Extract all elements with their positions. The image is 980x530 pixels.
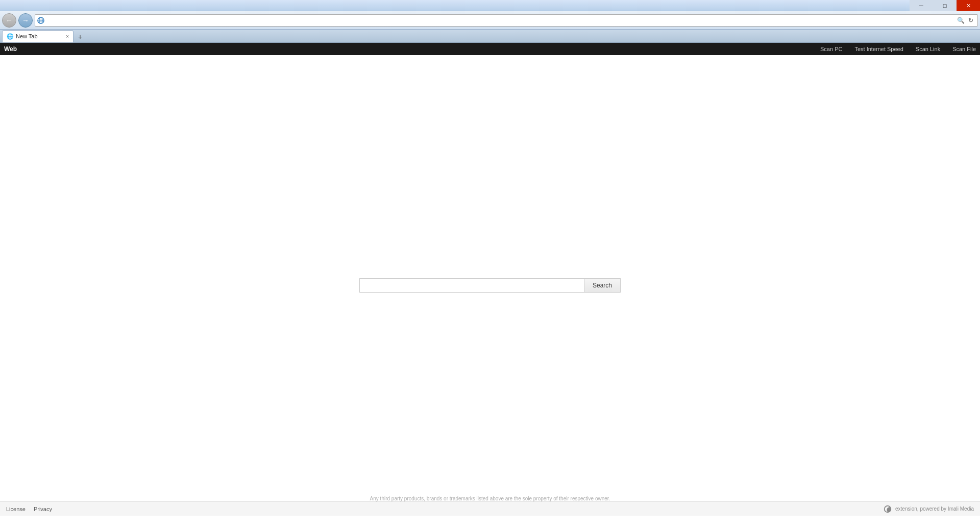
test-internet-speed-link[interactable]: Test Internet Speed bbox=[854, 46, 903, 52]
nav-bar: ← → http://fulltabsearch.com/ 🔍 ↻ bbox=[0, 11, 980, 30]
title-bar: ─ □ ✕ bbox=[0, 0, 980, 11]
tab-label: New Tab bbox=[16, 33, 38, 39]
refresh-button[interactable]: ↻ bbox=[966, 16, 975, 25]
address-bar: http://fulltabsearch.com/ 🔍 ↻ bbox=[35, 14, 978, 27]
minimize-button[interactable]: ─ bbox=[910, 0, 933, 11]
globe-icon bbox=[37, 17, 44, 24]
address-actions: 🔍 ↻ bbox=[956, 16, 975, 25]
back-button[interactable]: ← bbox=[2, 13, 16, 28]
content-area: Search Any third party products, brands … bbox=[0, 55, 980, 516]
license-link[interactable]: License bbox=[6, 506, 26, 512]
bottom-bar: License Privacy extension, powered by Im… bbox=[0, 501, 980, 516]
web-label: Web bbox=[4, 45, 17, 53]
close-button[interactable]: ✕ bbox=[957, 0, 980, 11]
search-icon-btn[interactable]: 🔍 bbox=[956, 16, 965, 25]
extension-label: extension, powered by Imali Media bbox=[895, 506, 974, 512]
tab-bar: 🌐 New Tab × + bbox=[0, 30, 980, 43]
footer-disclaimer: Any third party products, brands or trad… bbox=[0, 496, 980, 501]
address-input[interactable]: http://fulltabsearch.com/ bbox=[46, 17, 954, 24]
tab-close-button[interactable]: × bbox=[66, 34, 69, 39]
forward-button[interactable]: → bbox=[18, 13, 33, 28]
scan-link-link[interactable]: Scan Link bbox=[916, 46, 940, 52]
maximize-button[interactable]: □ bbox=[933, 0, 957, 11]
search-container: Search bbox=[359, 278, 621, 293]
new-tab-button[interactable]: + bbox=[75, 31, 86, 42]
search-input[interactable] bbox=[359, 278, 584, 293]
bottom-links: License Privacy bbox=[6, 506, 52, 512]
disclaimer-text: Any third party products, brands or trad… bbox=[370, 496, 610, 501]
tab-new-tab[interactable]: 🌐 New Tab × bbox=[2, 30, 74, 42]
privacy-link[interactable]: Privacy bbox=[34, 506, 52, 512]
menu-right: Scan PC Test Internet Speed Scan Link Sc… bbox=[820, 46, 976, 52]
scan-file-link[interactable]: Scan File bbox=[952, 46, 976, 52]
window-controls: ─ □ ✕ bbox=[910, 0, 980, 11]
search-button[interactable]: Search bbox=[584, 278, 621, 293]
menu-bar: Web Scan PC Test Internet Speed Scan Lin… bbox=[0, 43, 980, 55]
moon-icon bbox=[883, 504, 892, 514]
scan-pc-link[interactable]: Scan PC bbox=[820, 46, 842, 52]
tab-favicon: 🌐 bbox=[7, 33, 14, 40]
bottom-right-info: extension, powered by Imali Media bbox=[883, 504, 974, 514]
